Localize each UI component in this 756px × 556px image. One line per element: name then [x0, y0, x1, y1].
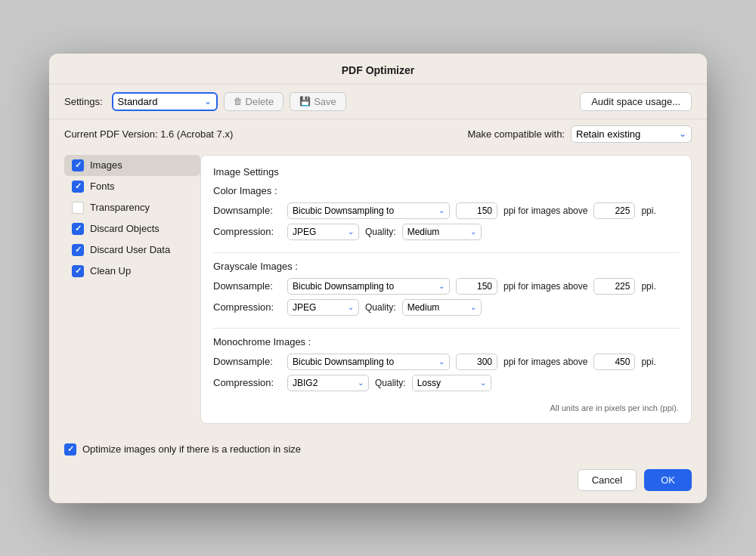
gray-downsample-select-wrapper[interactable]: Bicubic Downsampling to Average Downsamp…: [287, 278, 450, 295]
mono-ppi-for-label: ppi for images above: [503, 357, 587, 367]
compat-chevron-icon: ⌄: [679, 128, 686, 139]
pdf-version-row: Current PDF Version: 1.6 (Acrobat 7.x) M…: [49, 119, 707, 149]
audit-button[interactable]: Audit space usage...: [580, 92, 692, 111]
sidebar-transparency-label: Transparency: [90, 202, 150, 213]
color-downsample-select-wrapper[interactable]: Bicubic Downsampling to Average Downsamp…: [287, 202, 450, 219]
color-images-section: Color Images : Downsample: Bicubic Downs…: [213, 185, 679, 240]
settings-select-wrapper[interactable]: Standard ⌄: [112, 92, 218, 111]
color-images-title: Color Images :: [213, 185, 679, 196]
mono-downsample-select[interactable]: Bicubic Downsampling to Average Downsamp…: [293, 357, 436, 367]
color-compression-label: Compression:: [213, 226, 281, 237]
window-title: PDF Optimizer: [342, 64, 414, 76]
gray-compression-chevron-icon: ⌄: [348, 303, 354, 311]
ok-button[interactable]: OK: [644, 469, 692, 491]
mono-downsample-row: Downsample: Bicubic Downsampling to Aver…: [213, 354, 679, 370]
images-checkbox[interactable]: [72, 159, 84, 171]
sidebar-discard-objects-label: Discard Objects: [90, 223, 160, 234]
gray-quality-label: Quality:: [365, 302, 396, 313]
gray-ppi-for-label: ppi for images above: [503, 281, 587, 292]
mono-compression-select[interactable]: JBIG2 CCITT Group 3 CCITT Group 4 ZIP Of…: [293, 378, 355, 388]
mono-quality-label: Quality:: [375, 378, 406, 388]
clean-up-checkbox[interactable]: [72, 265, 84, 277]
grayscale-images-title: Grayscale Images :: [213, 261, 679, 272]
sidebar-item-discard-user-data[interactable]: Discard User Data: [64, 239, 200, 261]
mono-ppi-unit: ppi.: [641, 357, 655, 367]
settings-select[interactable]: Standard: [118, 96, 201, 107]
mono-ppi-above-input[interactable]: [593, 354, 635, 370]
color-ppi-above-input[interactable]: [593, 202, 635, 219]
gray-downsample-label: Downsample:: [213, 280, 281, 292]
color-quality-label: Quality:: [365, 227, 396, 237]
fonts-checkbox[interactable]: [72, 181, 84, 193]
compat-select[interactable]: Retain existing Acrobat 4 and later Acro…: [576, 128, 676, 140]
section-title: Image Settings: [213, 166, 679, 178]
color-compression-chevron-icon: ⌄: [348, 227, 354, 236]
sidebar-fonts-label: Fonts: [90, 181, 115, 192]
monochrome-images-title: Monochrome Images :: [213, 336, 679, 348]
mono-ppi-input[interactable]: [456, 354, 497, 370]
save-button[interactable]: 💾 Save: [290, 92, 346, 111]
color-downsample-chevron-icon: ⌄: [438, 206, 445, 215]
trash-icon: 🗑: [234, 96, 243, 107]
delete-button[interactable]: 🗑 Delete: [224, 92, 284, 111]
content-panel: Image Settings Color Images : Downsample…: [200, 155, 692, 424]
settings-chevron-icon: ⌄: [204, 96, 212, 107]
discard-user-data-checkbox[interactable]: [72, 244, 84, 256]
sidebar-item-clean-up[interactable]: Clean Up: [64, 261, 200, 282]
make-compatible-section: Make compatible with: Retain existing Ac…: [467, 125, 692, 143]
gray-ppi-above-input[interactable]: [593, 278, 635, 295]
gray-compression-select[interactable]: JPEG ZIP JPEG2000 Off: [293, 302, 345, 313]
cancel-button[interactable]: Cancel: [578, 469, 637, 491]
color-quality-select[interactable]: Medium Low High Maximum Minimum: [407, 227, 468, 237]
gray-downsample-select[interactable]: Bicubic Downsampling to Average Downsamp…: [293, 281, 436, 292]
compat-select-wrapper[interactable]: Retain existing Acrobat 4 and later Acro…: [571, 125, 692, 143]
color-downsample-select[interactable]: Bicubic Downsampling to Average Downsamp…: [293, 205, 436, 216]
sidebar-clean-up-label: Clean Up: [90, 265, 131, 276]
main-content: Images Fonts Transparency Discard Object…: [49, 149, 707, 436]
mono-downsample-select-wrapper[interactable]: Bicubic Downsampling to Average Downsamp…: [287, 354, 450, 370]
mono-quality-select[interactable]: Lossy Lossless: [417, 378, 478, 388]
mono-compression-select-wrapper[interactable]: JBIG2 CCITT Group 3 CCITT Group 4 ZIP Of…: [287, 375, 369, 391]
pdf-optimizer-window: PDF Optimizer Settings: Standard ⌄ 🗑 Del…: [49, 54, 707, 503]
transparency-checkbox[interactable]: [72, 202, 84, 214]
make-compatible-label: Make compatible with:: [467, 128, 565, 140]
color-compression-select-wrapper[interactable]: JPEG ZIP JPEG2000 Off ⌄: [287, 224, 359, 240]
sidebar: Images Fonts Transparency Discard Object…: [64, 149, 200, 424]
pdf-version-text: Current PDF Version: 1.6 (Acrobat 7.x): [64, 128, 233, 140]
mono-downsample-chevron-icon: ⌄: [438, 357, 445, 366]
color-compression-select[interactable]: JPEG ZIP JPEG2000 Off: [293, 227, 345, 237]
color-ppi-input[interactable]: [456, 202, 497, 219]
color-quality-select-wrapper[interactable]: Medium Low High Maximum Minimum ⌄: [402, 224, 482, 240]
divider-2: [213, 328, 679, 329]
gray-ppi-input[interactable]: [456, 278, 497, 295]
gray-quality-select[interactable]: Medium Low High Maximum Minimum: [407, 302, 468, 313]
mono-compression-row: Compression: JBIG2 CCITT Group 3 CCITT G…: [213, 375, 679, 391]
gray-compression-label: Compression:: [213, 301, 281, 313]
divider-1: [213, 252, 679, 253]
sidebar-item-fonts[interactable]: Fonts: [64, 176, 200, 197]
monochrome-images-section: Monochrome Images : Downsample: Bicubic …: [213, 336, 679, 391]
mono-downsample-label: Downsample:: [213, 356, 281, 367]
footer: Cancel OK: [49, 463, 707, 503]
delete-label: Delete: [246, 96, 274, 107]
color-ppi-unit: ppi.: [641, 205, 655, 216]
sidebar-item-discard-objects[interactable]: Discard Objects: [64, 218, 200, 239]
toolbar: Settings: Standard ⌄ 🗑 Delete 💾 Save Aud…: [49, 85, 707, 119]
audit-label: Audit space usage...: [591, 96, 680, 107]
sidebar-images-label: Images: [90, 159, 122, 171]
gray-downsample-chevron-icon: ⌄: [438, 282, 445, 290]
sidebar-item-images[interactable]: Images: [64, 155, 200, 176]
sidebar-item-transparency[interactable]: Transparency: [64, 197, 200, 218]
gray-quality-select-wrapper[interactable]: Medium Low High Maximum Minimum ⌄: [402, 299, 482, 316]
gray-downsample-row: Downsample: Bicubic Downsampling to Aver…: [213, 278, 679, 295]
mono-quality-select-wrapper[interactable]: Lossy Lossless ⌄: [412, 375, 491, 391]
color-quality-chevron-icon: ⌄: [470, 227, 476, 236]
gray-compression-select-wrapper[interactable]: JPEG ZIP JPEG2000 Off ⌄: [287, 299, 359, 316]
gray-compression-row: Compression: JPEG ZIP JPEG2000 Off ⌄ Qua…: [213, 299, 679, 316]
discard-objects-checkbox[interactable]: [72, 223, 84, 235]
mono-quality-chevron-icon: ⌄: [480, 378, 486, 387]
color-compression-row: Compression: JPEG ZIP JPEG2000 Off ⌄ Qua…: [213, 224, 679, 240]
save-icon: 💾: [299, 96, 311, 107]
optimize-label: Optimize images only if there is a reduc…: [82, 443, 301, 455]
optimize-checkbox[interactable]: [64, 443, 76, 456]
